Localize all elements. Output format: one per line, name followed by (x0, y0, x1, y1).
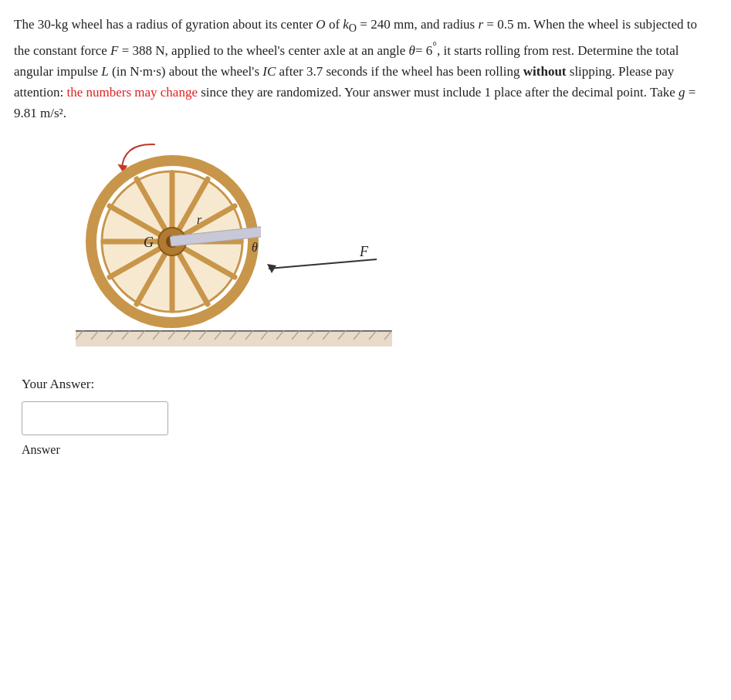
ground-texture (76, 330, 392, 349)
svg-rect-47 (76, 331, 392, 347)
svg-text:r: r (197, 213, 202, 226)
highlight-text: the numbers may change (66, 85, 197, 100)
svg-line-22 (269, 259, 377, 269)
diagram-container: G r θ F (60, 137, 431, 353)
answer-label: Your Answer: (22, 377, 717, 392)
answer-input[interactable] (22, 401, 168, 435)
force-arrow-icon: F (230, 245, 384, 284)
svg-text:F: F (359, 245, 369, 259)
answer-section: Your Answer: Answer (22, 377, 717, 457)
svg-text:G: G (144, 235, 154, 250)
answer-button-label: Answer (22, 443, 717, 457)
wheel-diagram: G r θ (83, 153, 261, 330)
problem-text: The 30-kg wheel has a radius of gyration… (14, 14, 716, 123)
